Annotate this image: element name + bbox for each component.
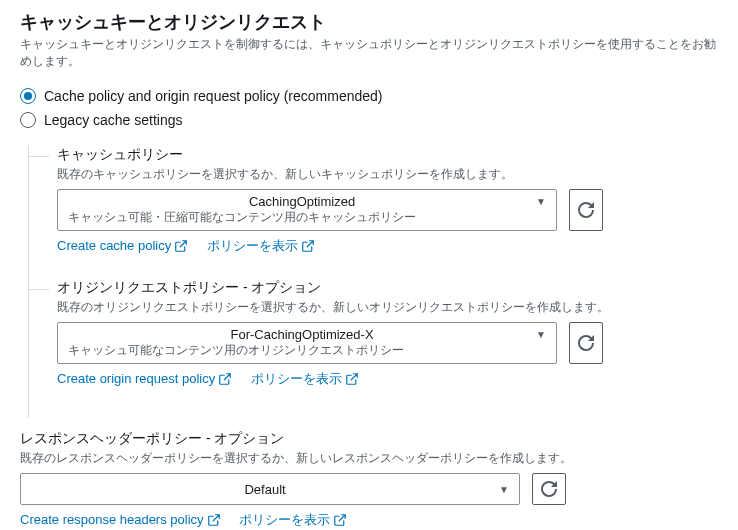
select-value: Default <box>31 482 499 497</box>
origin-policy-desc: 既存のオリジンリクエストポリシーを選択するか、新しいオリジンリクエストポリシーを… <box>57 299 718 316</box>
select-description: キャッシュ可能・圧縮可能なコンテンツ用のキャッシュポリシー <box>58 209 556 230</box>
chevron-down-icon: ▼ <box>499 484 509 495</box>
origin-policy-title: オリジンリクエストポリシー - オプション <box>57 279 718 297</box>
link-label: ポリシーを表示 <box>251 370 342 388</box>
external-link-icon <box>334 514 346 526</box>
cache-policy-select[interactable]: CachingOptimized ▼ キャッシュ可能・圧縮可能なコンテンツ用のキ… <box>57 189 557 231</box>
radio-legacy[interactable]: Legacy cache settings <box>20 112 718 128</box>
response-headers-policy-block: レスポンスヘッダーポリシー - オプション 既存のレスポンスヘッダーポリシーを選… <box>20 430 718 529</box>
cache-policy-desc: 既存のキャッシュポリシーを選択するか、新しいキャッシュポリシーを作成します。 <box>57 166 718 183</box>
origin-policy-select[interactable]: For-CachingOptimized-X ▼ キャッシュ可能なコンテンツ用の… <box>57 322 557 364</box>
cache-policy-title: キャッシュポリシー <box>57 146 718 164</box>
radio-label: Legacy cache settings <box>44 112 183 128</box>
create-origin-policy-link[interactable]: Create origin request policy <box>57 371 231 386</box>
section-header: キャッシュキーとオリジンリクエスト キャッシュキーとオリジンリクエストを制御する… <box>20 10 718 70</box>
cache-policy-refresh-button[interactable] <box>569 189 603 231</box>
create-cache-policy-link[interactable]: Create cache policy <box>57 238 187 253</box>
select-value: For-CachingOptimized-X <box>68 327 536 342</box>
chevron-down-icon: ▼ <box>536 329 546 340</box>
origin-request-policy-block: オリジンリクエストポリシー - オプション 既存のオリジンリクエストポリシーを選… <box>57 279 718 388</box>
external-link-icon <box>302 240 314 252</box>
response-policy-refresh-button[interactable] <box>532 473 566 505</box>
chevron-down-icon: ▼ <box>536 196 546 207</box>
radio-icon <box>20 88 36 104</box>
link-label: ポリシーを表示 <box>239 511 330 529</box>
create-response-policy-link[interactable]: Create response headers policy <box>20 512 220 527</box>
radio-label: Cache policy and origin request policy (… <box>44 88 383 104</box>
link-label: Create origin request policy <box>57 371 215 386</box>
external-link-icon <box>219 373 231 385</box>
external-link-icon <box>208 514 220 526</box>
select-value: CachingOptimized <box>68 194 536 209</box>
view-origin-policy-link[interactable]: ポリシーを表示 <box>251 370 358 388</box>
refresh-icon <box>578 202 594 218</box>
link-label: Create cache policy <box>57 238 171 253</box>
radio-icon <box>20 112 36 128</box>
section-desc: キャッシュキーとオリジンリクエストを制御するには、キャッシュポリシーとオリジンリ… <box>20 36 718 70</box>
external-link-icon <box>175 240 187 252</box>
view-response-policy-link[interactable]: ポリシーを表示 <box>239 511 346 529</box>
policy-mode-radio-group: Cache policy and origin request policy (… <box>20 88 718 128</box>
cache-policy-block: キャッシュポリシー 既存のキャッシュポリシーを選択するか、新しいキャッシュポリシ… <box>57 146 718 255</box>
link-label: ポリシーを表示 <box>207 237 298 255</box>
radio-recommended[interactable]: Cache policy and origin request policy (… <box>20 88 718 104</box>
response-policy-title: レスポンスヘッダーポリシー - オプション <box>20 430 718 448</box>
refresh-icon <box>541 481 557 497</box>
refresh-icon <box>578 335 594 351</box>
select-description: キャッシュ可能なコンテンツ用のオリジンリクエストポリシー <box>58 342 556 363</box>
response-policy-select[interactable]: Default ▼ <box>20 473 520 505</box>
external-link-icon <box>346 373 358 385</box>
response-policy-desc: 既存のレスポンスヘッダーポリシーを選択するか、新しいレスポンスヘッダーポリシーを… <box>20 450 718 467</box>
view-cache-policy-link[interactable]: ポリシーを表示 <box>207 237 314 255</box>
link-label: Create response headers policy <box>20 512 204 527</box>
section-title: キャッシュキーとオリジンリクエスト <box>20 10 718 34</box>
origin-policy-refresh-button[interactable] <box>569 322 603 364</box>
